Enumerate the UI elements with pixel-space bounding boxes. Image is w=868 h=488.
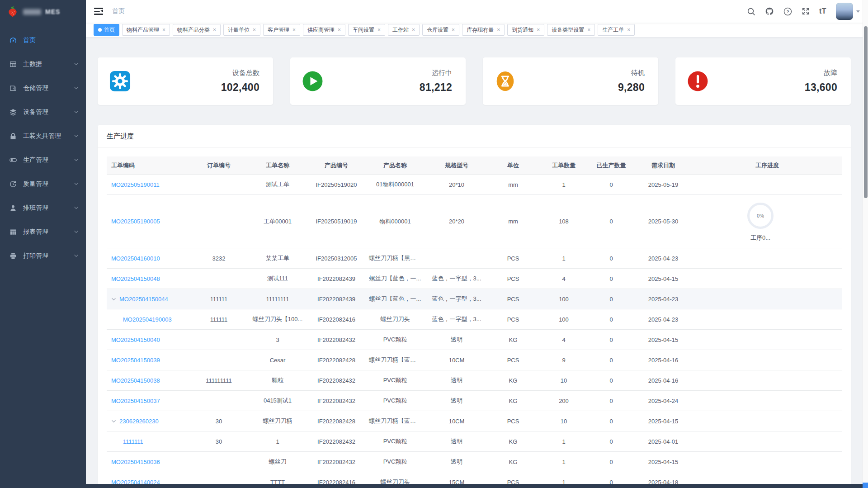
sidebar-item-label: 工装夹具管理 xyxy=(23,132,61,140)
tab-close-icon[interactable]: × xyxy=(213,27,216,33)
work-order-link[interactable]: MO202504150039 xyxy=(111,357,160,364)
tab-1[interactable]: 物料产品管理× xyxy=(122,24,170,36)
cell-date: 2025-04-23 xyxy=(634,296,693,303)
cell-unit: PCS xyxy=(487,255,539,262)
breadcrumb: 首页 xyxy=(112,7,125,15)
table-body: MO202505190011测试工单IF2025051902001物料00000… xyxy=(107,175,842,488)
work-order-link[interactable]: MO202504150036 xyxy=(111,459,160,465)
tab-close-icon[interactable]: × xyxy=(627,27,630,33)
stat-card-hourglass: 待机9,280 xyxy=(483,57,658,105)
cell-spec: 透明 xyxy=(426,376,487,384)
cell-spec: 10CM xyxy=(426,418,487,425)
expand-chevron-icon[interactable] xyxy=(111,419,116,424)
tab-close-icon[interactable]: × xyxy=(253,27,256,33)
sidebar-item-equipment[interactable]: 设备管理 xyxy=(0,100,86,124)
tab-7[interactable]: 工作站× xyxy=(388,24,420,36)
tab-close-icon[interactable]: × xyxy=(587,27,590,33)
work-order-cell: 1111111 xyxy=(107,438,191,445)
tab-3[interactable]: 计量单位× xyxy=(223,24,260,36)
chevron-down-icon xyxy=(74,133,79,138)
tab-close-icon[interactable]: × xyxy=(537,27,540,33)
sidebar-item-home[interactable]: 首页 xyxy=(0,28,86,52)
sidebar-item-printing[interactable]: 打印管理 xyxy=(0,244,86,268)
column-header-product_code: 产品编号 xyxy=(308,161,364,170)
work-order-link[interactable]: MO202504150037 xyxy=(111,398,160,404)
cell-qty: 108 xyxy=(539,218,589,225)
cell-produced: 0 xyxy=(589,398,634,404)
cell-date: 2025-04-24 xyxy=(634,398,693,404)
tab-8[interactable]: 仓库设置× xyxy=(422,24,459,36)
sidebar-item-quality[interactable]: 质量管理 xyxy=(0,172,86,196)
sidebar-item-label: 报表管理 xyxy=(23,228,48,236)
help-icon[interactable]: ? xyxy=(783,7,792,16)
tab-2[interactable]: 物料产品分类× xyxy=(173,24,221,36)
vertical-scrollbar[interactable] xyxy=(863,0,868,488)
sidebar-item-production[interactable]: 生产管理 xyxy=(0,148,86,172)
table-row: MO202504190003111111螺丝刀刀头【100...IF202208… xyxy=(107,309,842,330)
sidebar-item-reports[interactable]: 报表管理 xyxy=(0,220,86,244)
brand-suffix: MES xyxy=(45,8,60,15)
sidebar-item-warehouse[interactable]: 仓储管理 xyxy=(0,76,86,100)
active-tab-dot xyxy=(98,28,102,32)
bottom-bar xyxy=(0,484,868,488)
tab-close-icon[interactable]: × xyxy=(292,27,296,33)
warehouse-icon xyxy=(9,84,17,92)
stat-label: 待机 xyxy=(618,69,645,77)
sidebar-item-scheduling[interactable]: 排班管理 xyxy=(0,196,86,220)
scrollbar-thumb[interactable] xyxy=(864,26,868,198)
column-header-qty: 工单数量 xyxy=(539,161,589,170)
fullscreen-icon[interactable] xyxy=(802,7,810,15)
tab-label: 仓库设置 xyxy=(427,26,448,34)
sidebar-item-tooling[interactable]: 工装夹具管理 xyxy=(0,124,86,148)
tab-close-icon[interactable]: × xyxy=(338,27,341,33)
avatar[interactable] xyxy=(836,3,853,20)
topbar-actions: ? tT xyxy=(747,3,860,20)
work-order-link[interactable]: MO202504150038 xyxy=(111,377,160,384)
work-order-link[interactable]: MO202505190011 xyxy=(111,181,160,188)
tab-9[interactable]: 库存现有量× xyxy=(462,24,505,36)
work-order-link[interactable]: MO202504150040 xyxy=(111,336,160,343)
sidebar-collapse-icon[interactable] xyxy=(94,8,103,15)
tab-4[interactable]: 客户管理× xyxy=(263,24,300,36)
work-order-link[interactable]: MO202504160010 xyxy=(111,255,160,262)
tab-close-icon[interactable]: × xyxy=(452,27,455,33)
tab-close-icon[interactable]: × xyxy=(377,27,381,33)
work-order-link[interactable]: MO202504150044 xyxy=(119,296,168,303)
cell-date: 2025-04-23 xyxy=(634,255,693,262)
tab-home[interactable]: 首页 xyxy=(94,24,119,36)
column-header-order: 订单编号 xyxy=(191,161,247,170)
sidebar-item-master-data[interactable]: 主数据 xyxy=(0,52,86,76)
stat-value: 13,600 xyxy=(805,81,837,94)
chevron-down-icon xyxy=(74,181,79,186)
tab-12[interactable]: 生产工单× xyxy=(598,24,635,36)
work-order-link[interactable]: 230629260230 xyxy=(119,418,159,425)
scroll-corner xyxy=(863,483,868,488)
cell-name: 测试工单 xyxy=(247,180,308,189)
work-order-link[interactable]: MO202504190003 xyxy=(123,316,172,323)
tab-6[interactable]: 车间设置× xyxy=(348,24,385,36)
progress-ring: 0% xyxy=(747,203,774,229)
toggle-icon xyxy=(9,156,17,164)
tab-close-icon[interactable]: × xyxy=(162,27,165,33)
expand-chevron-icon[interactable] xyxy=(111,297,116,302)
cell-name: 测试111 xyxy=(247,275,308,283)
user-menu[interactable] xyxy=(836,3,860,20)
font-size-icon[interactable]: tT xyxy=(819,7,826,15)
tab-5[interactable]: 供应商管理× xyxy=(303,24,345,36)
tab-close-icon[interactable]: × xyxy=(497,27,500,33)
search-icon[interactable] xyxy=(747,7,755,16)
work-order-link[interactable]: MO202505190005 xyxy=(111,218,160,225)
github-icon[interactable] xyxy=(765,7,774,16)
tab-close-icon[interactable]: × xyxy=(412,27,415,33)
work-order-link[interactable]: 1111111 xyxy=(123,438,143,445)
work-order-cell: MO202504150036 xyxy=(107,459,191,465)
column-header-date: 需求日期 xyxy=(634,161,693,170)
cell-date: 2025-05-30 xyxy=(634,218,693,225)
cell-produced: 0 xyxy=(589,296,634,303)
tab-10[interactable]: 到货通知× xyxy=(507,24,544,36)
cell-product_code: IF2022082416 xyxy=(308,316,364,323)
tab-11[interactable]: 设备类型设置× xyxy=(547,24,595,36)
work-order-link[interactable]: MO202504150048 xyxy=(111,275,160,282)
user-icon xyxy=(9,204,17,212)
sidebar-nav: 首页主数据仓储管理设备管理工装夹具管理生产管理质量管理排班管理报表管理打印管理 xyxy=(0,24,86,268)
